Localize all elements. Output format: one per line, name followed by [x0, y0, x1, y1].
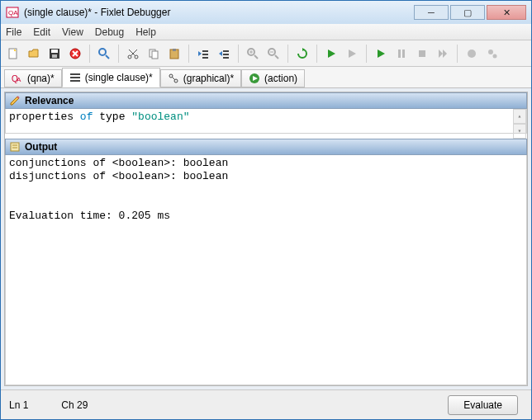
output-area[interactable]: conjunctions of <boolean>: boolean disju… — [5, 155, 527, 385]
tab-strip: QA (qna)* (single clause)* (graphical)* … — [1, 67, 531, 88]
magnifier-icon — [97, 47, 111, 60]
svg-rect-30 — [419, 50, 425, 57]
svg-rect-15 — [202, 50, 208, 52]
relevance-header: Relevance — [5, 92, 527, 109]
step-icon — [436, 47, 449, 60]
tab-label: (action) — [264, 73, 297, 84]
svg-rect-43 — [11, 143, 19, 151]
relevance-title: Relevance — [25, 95, 74, 106]
svg-line-8 — [106, 55, 109, 59]
zoom-in-icon — [246, 47, 259, 60]
stop-button[interactable] — [413, 45, 431, 63]
open-button[interactable] — [25, 45, 43, 63]
workspace: Relevance properties of type "boolean"▴▾… — [4, 92, 528, 386]
copy-icon — [147, 47, 160, 60]
outdent-button[interactable] — [194, 45, 212, 63]
run-alt-button[interactable] — [343, 45, 361, 63]
tab-label: (single clause)* — [85, 72, 153, 83]
code-string: "boolean" — [131, 111, 189, 123]
action-tab-icon — [249, 73, 260, 84]
code-keyword-of: of — [80, 111, 93, 123]
spinner-up[interactable]: ▴ — [513, 109, 526, 124]
svg-line-22 — [254, 55, 258, 59]
tab-single-clause[interactable]: (single clause)* — [62, 68, 160, 87]
svg-line-41 — [172, 77, 175, 80]
code-word: properties — [9, 111, 74, 123]
maximize-button[interactable]: ▢ — [450, 5, 485, 20]
paste-icon — [168, 47, 181, 60]
menu-bar: File Edit View Debug Help — [1, 24, 531, 40]
cancel-icon — [69, 47, 82, 60]
svg-rect-18 — [223, 50, 229, 52]
code-word: type — [99, 111, 125, 123]
continue-button[interactable] — [372, 45, 390, 63]
paste-button[interactable] — [165, 45, 183, 63]
menu-debug[interactable]: Debug — [95, 26, 124, 38]
toolbar-separator — [89, 45, 90, 63]
scissors-icon — [126, 47, 140, 60]
tab-label: (qna)* — [27, 73, 55, 84]
maximize-icon: ▢ — [463, 7, 472, 18]
new-file-button[interactable] — [4, 45, 22, 63]
toolbar-separator — [118, 45, 119, 63]
window-title: (single clause)* - Fixlet Debugger — [24, 7, 414, 18]
breakpoint-button[interactable] — [463, 45, 481, 63]
svg-rect-28 — [398, 50, 401, 58]
svg-rect-36 — [70, 73, 80, 75]
save-button[interactable] — [45, 45, 64, 63]
cut-button[interactable] — [124, 45, 142, 63]
menu-view[interactable]: View — [62, 26, 83, 38]
svg-point-31 — [468, 50, 476, 58]
pencil-icon — [9, 95, 21, 106]
minimize-icon: ─ — [428, 7, 435, 17]
minimize-button[interactable]: ─ — [414, 5, 449, 20]
cancel-button[interactable] — [66, 45, 84, 63]
menu-edit[interactable]: Edit — [33, 26, 50, 38]
play-icon — [325, 47, 338, 60]
svg-point-7 — [99, 49, 106, 55]
pause-icon — [395, 47, 408, 60]
step-button[interactable] — [434, 45, 452, 63]
pause-button[interactable] — [392, 45, 411, 63]
relevance-editor[interactable]: properties of type "boolean"▴▾ — [5, 109, 527, 134]
svg-rect-5 — [52, 54, 57, 58]
refresh-button[interactable] — [293, 45, 311, 63]
tab-label: (graphical)* — [183, 73, 234, 84]
svg-point-32 — [488, 50, 493, 54]
svg-point-33 — [493, 54, 497, 58]
play-dim-icon — [345, 47, 359, 60]
svg-line-26 — [275, 55, 278, 59]
play-green-icon — [374, 47, 387, 60]
find-button[interactable] — [95, 45, 113, 63]
tab-graphical[interactable]: (graphical)* — [160, 69, 241, 87]
toolbar-separator — [457, 45, 458, 63]
menu-help[interactable]: Help — [135, 26, 156, 38]
close-button[interactable]: ✕ — [487, 5, 526, 20]
copy-button[interactable] — [145, 45, 163, 63]
status-line: Ln 1 — [9, 399, 28, 411]
save-icon — [48, 47, 61, 60]
indent-button[interactable] — [215, 45, 233, 63]
tab-action[interactable]: (action) — [241, 69, 305, 87]
zoom-in-button[interactable] — [244, 45, 262, 63]
zoom-out-button[interactable] — [264, 45, 283, 63]
graph-tab-icon — [168, 73, 179, 84]
toolbar — [1, 40, 531, 67]
zoom-out-icon — [267, 47, 280, 60]
svg-text:A: A — [17, 76, 21, 83]
evaluate-button[interactable]: Evaluate — [448, 395, 518, 415]
toolbar-separator — [287, 45, 288, 63]
run-button[interactable] — [322, 45, 340, 63]
svg-rect-20 — [223, 57, 229, 59]
menu-file[interactable]: File — [6, 26, 21, 38]
spinner-down[interactable]: ▾ — [513, 124, 526, 139]
svg-rect-37 — [70, 77, 80, 78]
outdent-icon — [197, 47, 210, 60]
svg-rect-38 — [70, 80, 80, 82]
svg-rect-29 — [402, 50, 405, 58]
gear-icon — [486, 47, 499, 60]
settings-button[interactable] — [483, 45, 501, 63]
status-column: Ch 29 — [61, 399, 88, 411]
tab-qna[interactable]: QA (qna)* — [4, 69, 62, 87]
toolbar-separator — [316, 45, 317, 63]
